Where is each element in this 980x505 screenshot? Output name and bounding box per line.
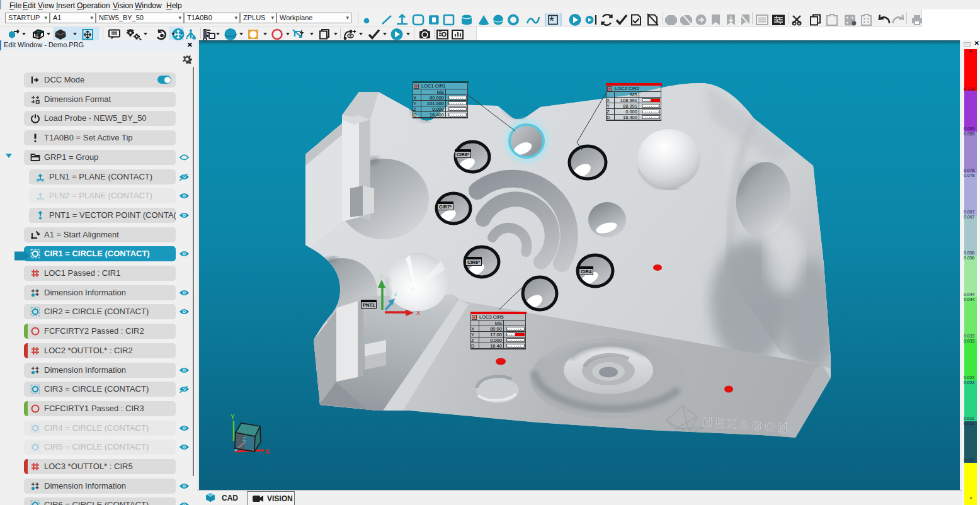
svg-text:X: X	[265, 448, 270, 455]
svg-text:Z: Z	[242, 436, 246, 442]
svg-text:X: X	[416, 310, 420, 316]
svg-text:*: *	[549, 14, 554, 26]
svg-text:Z: Z	[394, 292, 397, 297]
svg-text:Y: Y	[380, 274, 384, 280]
svg-text:Y: Y	[231, 414, 235, 421]
